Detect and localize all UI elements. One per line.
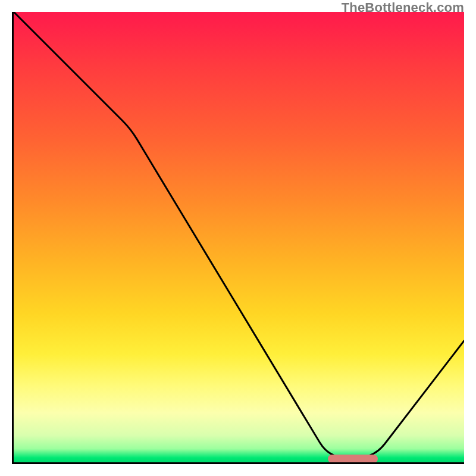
curve-layer (14, 12, 464, 462)
bottleneck-chart: TheBottleneck.com (0, 0, 476, 476)
plot-area (12, 12, 464, 464)
bottleneck-curve-path (14, 12, 464, 458)
optimal-range-marker (328, 455, 378, 463)
